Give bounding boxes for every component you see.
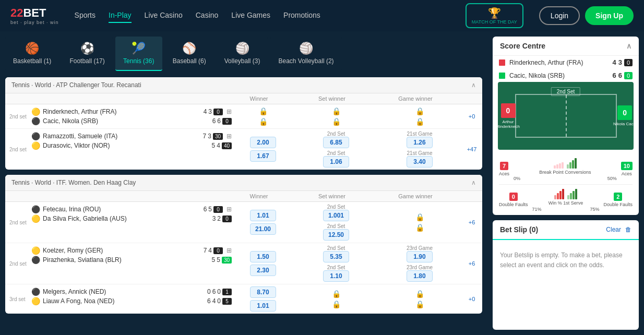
game-winner-atp-2-2-label: 21st Game [407,150,433,156]
score-itf-3-2-a: 6 [207,297,211,305]
lock-setwinner-itf-3-2: 🔒 [332,300,341,308]
odds-winner-itf-1-2[interactable]: 21.00 [250,223,276,235]
odds-setwinner-itf-2-1[interactable]: 5.35 [323,251,349,262]
col-extra-itf [457,193,478,199]
section-breadcrumb-itf: Tennis · World · ITF. Women. Den Haag Cl… [11,179,136,186]
nav-livecasino[interactable]: Live Casino [145,8,183,23]
game-winner-itf-1: 🔒 🔒 [378,202,461,243]
nav-livegames[interactable]: Live Games [231,8,270,23]
tab-football[interactable]: ⚽ Football (17) [62,37,112,71]
login-button[interactable]: Login [539,6,580,25]
odds-winner-itf-2-2[interactable]: 2.30 [250,265,276,276]
odds-winner-atp-2-1[interactable]: 2.00 [250,137,276,148]
player-icon-itf-3-2: 🟡 [31,297,40,305]
player-row-itf-3-2: 🟡 Liauw A Fong, Noa (NED) 6 4 0 5 [31,297,232,305]
odds-gamewinner-atp-2-2[interactable]: 3.40 [407,156,433,168]
tab-tennis[interactable]: 🎾 Tennis (36) [115,37,162,71]
section-collapse-itf[interactable]: ∧ [471,179,476,186]
badge-atp-2-1: 30 [213,133,223,140]
odds-gamewinner-atp-2-1[interactable]: 1.26 [407,137,433,148]
badge-itf-1-2: 0 [222,216,232,222]
player-icon-atp-2-2: 🟡 [31,141,40,150]
sc-collapse-icon[interactable]: ∧ [626,42,631,50]
lock-gamewinner-itf-1-2: 🔒 [415,223,424,232]
sc-p1-badge: 0 [624,59,633,66]
bs-clear[interactable]: Clear 🗑 [606,226,631,233]
section-title-itf: Tennis · World · ITF. Women. Den Haag Cl… [11,179,136,186]
more-itf-2[interactable]: +6 [461,243,482,284]
tab-volleyball[interactable]: 🏐 Volleyball (3) [217,37,268,71]
player-name-itf-1-1: Fetecau, Irina (ROU) [43,206,101,213]
score-itf-3-2-c: 0 [217,297,221,305]
volleyball-icon: 🏐 [235,42,249,55]
signup-button[interactable]: Sign Up [585,6,634,25]
players-atp-1: 🟡 Rinderknech, Arthur (FRA) 4 3 0 ⊞ ⚫ Ca… [31,104,232,128]
col-game-winner-itf: Game winner [374,193,457,199]
main-nav: Sports In-Play Live Casino Casino Live G… [75,8,450,23]
badge-atp-1-2: 0 [222,118,232,125]
sc-p2-score-a: 6 [612,71,616,79]
stat-pct-right-1: 50% [607,176,617,181]
game-winner-itf-2: 23rd Game 1.90 23rd Game 1.80 [378,243,461,284]
tab-baseball[interactable]: ⚾ Baseball (6) [165,37,214,71]
court-player-left: Arthur Rinderknech [495,119,521,129]
stat-faults-left: 0 [509,193,518,201]
stat-pct-left-2: 71% [532,207,542,212]
more-itf-3[interactable]: +0 [461,284,482,314]
more-itf-1[interactable]: +6 [461,202,482,243]
game-winner-itf-3: 🔒 🔒 [378,284,461,314]
tab-basketball-label: Basketball (1) [13,57,51,65]
odds-winner-itf-1-1[interactable]: 1.01 [250,210,276,221]
bs-empty-message: Your Betslip is empty. To make a bet, pl… [493,240,639,281]
player-icon-itf-1-2: 🟡 [31,214,40,223]
odds-setwinner-itf-1-1[interactable]: 1.001 [323,210,349,221]
section-header-atp: Tennis · World · ATP Challenger Tour. Re… [5,77,482,93]
player-row-atp-2-1: ⚫ Ramazzotti, Samuele (ITA) 7 3 30 ⊞ [31,132,232,140]
set-winner-itf-1-1-label: 2nd Set [323,204,349,210]
score-itf-2-2-b: 5 [217,256,220,264]
sports-tabs: 🏀 Basketball (1) ⚽ Football (17) 🎾 Tenni… [5,37,482,71]
set-winner-itf-2-1-label: 2nd Set [323,245,349,251]
lock-setwinner-itf-3-1: 🔒 [332,290,341,298]
sc-player-1: Rinderknech, Arthur (FRA) 4 3 0 [493,56,639,69]
score-atp-2-2-a: 5 [212,142,216,149]
score-itf-3-1-b: 6 [212,288,216,295]
set-winner-itf-1: 2nd Set 1.001 2nd Set 12.50 [294,202,378,243]
player-name-atp-2-1: Ramazzotti, Samuele (ITA) [43,133,117,140]
nav-casino[interactable]: Casino [196,8,219,23]
nav-inplay[interactable]: In-Play [109,8,132,23]
section-collapse-atp[interactable]: ∧ [471,81,476,89]
badge-itf-3-1: 1 [222,289,232,295]
odds-winner-itf-2-1[interactable]: 1.50 [250,251,276,262]
lock-gamewinner-itf-1-1: 🔒 [415,213,424,221]
odds-setwinner-itf-1-2[interactable]: 12.50 [323,229,349,241]
player-row-atp-1-2: ⚫ Cacic, Nikola (SRB) 6 6 0 [31,117,232,125]
auth-buttons: Login Sign Up [539,6,634,25]
tab-basketball[interactable]: 🏀 Basketball (1) [5,37,59,71]
tab-beach-volleyball[interactable]: 🏐 Beach Volleyball (2) [270,37,341,71]
player-row-atp-1-1: 🟡 Rinderknech, Arthur (FRA) 4 3 0 ⊞ [31,107,232,116]
col-winner-itf: Winner [228,193,290,199]
match-section-atp: Tennis · World · ATP Challenger Tour. Re… [5,77,482,170]
match-of-day-badge[interactable]: 🏆 MATCH OF THE DAY [466,3,523,29]
odds-winner-atp-2-2[interactable]: 1.67 [250,150,276,162]
odds-setwinner-itf-2-2[interactable]: 1.10 [323,270,349,282]
more-atp-2[interactable]: +47 [461,129,482,170]
col-game-winner-atp: Game winner [374,95,457,102]
section-title-atp: Tennis · World · ATP Challenger Tour. Re… [11,81,141,89]
more-atp-1[interactable]: +0 [461,104,482,128]
odds-setwinner-atp-2-1[interactable]: 6.85 [323,137,349,148]
nav-promotions[interactable]: Promotions [283,8,320,23]
odds-gamewinner-itf-2-1[interactable]: 1.90 [407,251,433,262]
winners-atp-2: 2.00 1.67 [232,129,294,170]
winners-itf-3: 8.70 1.01 [232,284,294,314]
bs-clear-label: Clear [606,226,621,233]
odds-winner-itf-3-1[interactable]: 8.70 [250,286,276,298]
score-atp-1-1-b: 3 [208,108,212,115]
odds-winner-itf-3-2[interactable]: 1.01 [250,300,276,312]
nav-sports[interactable]: Sports [75,8,96,23]
set-label-atp-2: 2nd set [5,129,31,170]
odds-gamewinner-itf-2-2[interactable]: 1.80 [407,270,433,282]
lock-gamewinner-itf-3-1: 🔒 [415,290,424,298]
odds-setwinner-atp-2-2[interactable]: 1.06 [323,156,349,168]
